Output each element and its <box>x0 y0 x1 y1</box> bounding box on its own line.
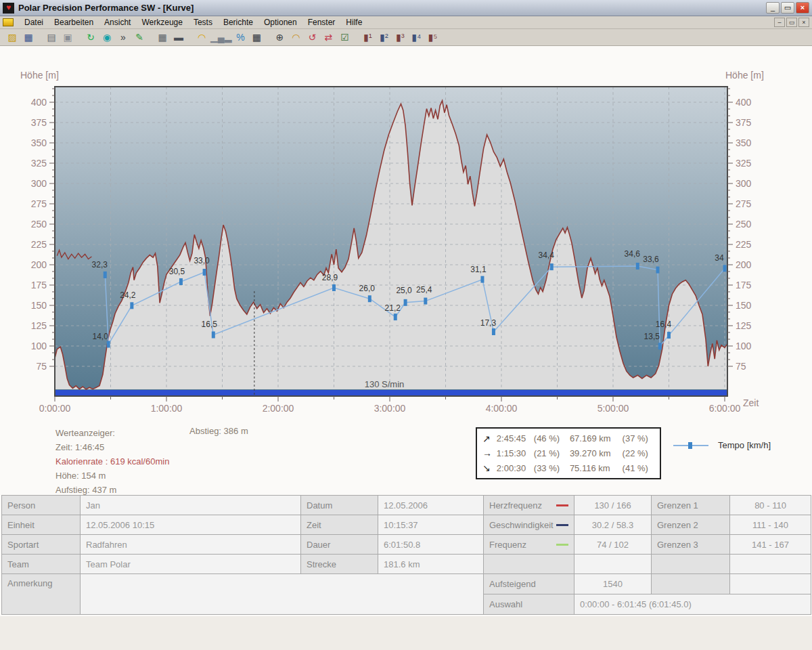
curve-chart[interactable]: 130 S/min32,314,024,230,533,016,528,926,… <box>0 0 812 492</box>
table-cell-r2c5: Geschwindigkeit <box>483 515 574 535</box>
speed-marker[interactable] <box>424 298 427 305</box>
x-tick-label: 6:00:00 <box>709 403 741 414</box>
speed-marker[interactable] <box>130 302 133 309</box>
werteanzeiger-hoehe: Höhe: 154 m <box>55 469 169 483</box>
table-cell-r2c7: Grenzen 2 <box>651 515 730 535</box>
menu-tests[interactable]: Tests <box>188 17 218 28</box>
watch-icon[interactable]: ◉ <box>99 30 114 44</box>
child-close-button[interactable]: × <box>798 18 809 27</box>
table-cell-r3c1: Sportart <box>1 534 81 555</box>
restore-button[interactable]: ▭ <box>781 2 794 14</box>
speed-marker[interactable] <box>404 299 407 306</box>
speed-marker[interactable] <box>179 278 183 285</box>
laps-icon[interactable]: ↺ <box>304 30 319 44</box>
x-tick-label: 4:00:00 <box>486 403 518 414</box>
report-1-icon[interactable]: ▮¹ <box>360 30 375 44</box>
application-window: { "window": { "title": "Polar Precision … <box>0 0 812 650</box>
speed-value-label: 25,0 <box>396 286 412 295</box>
report-3-icon[interactable]: ▮³ <box>392 30 407 44</box>
info-curve-icon[interactable]: ◠ <box>288 30 303 44</box>
transfer-icon[interactable]: ↻ <box>83 30 98 44</box>
y-tick-label-right: 325 <box>736 158 752 169</box>
arrow-down-icon: ↘ <box>482 462 497 473</box>
report-4-icon[interactable]: ▮⁴ <box>409 30 424 44</box>
speed-marker[interactable] <box>550 263 554 270</box>
sonic-pen-icon[interactable]: ✎ <box>132 30 147 44</box>
speed-marker[interactable] <box>656 267 660 274</box>
speed-marker[interactable] <box>203 269 206 276</box>
bar-chart-icon[interactable]: ▁▄▂ <box>210 30 231 44</box>
table-cell-r3c8: 141 - 167 <box>729 534 811 555</box>
speed-value-label: 17,3 <box>480 318 497 328</box>
zoom-icon[interactable]: ⊕ <box>272 30 287 44</box>
percent-chart-icon[interactable]: % <box>233 30 248 44</box>
open-folder-icon[interactable]: ▨ <box>5 30 20 44</box>
table-cell-r3c7: Grenzen 3 <box>651 534 730 555</box>
y-tick-label-left: 175 <box>31 280 47 290</box>
tempo-legend: Tempo [km/h] <box>673 440 771 450</box>
curve-icon[interactable]: ◠ <box>194 30 209 44</box>
menu-ansicht[interactable]: Ansicht <box>99 17 136 28</box>
calendar-icon[interactable]: ▦ <box>155 30 170 44</box>
tempo-legend-label: Tempo [km/h] <box>718 440 771 450</box>
speed-value-label: 31,1 <box>470 265 487 274</box>
report-2-icon[interactable]: ▮² <box>376 30 391 44</box>
compare-icon[interactable]: ⇄ <box>321 30 336 44</box>
close-button[interactable]: × <box>796 2 809 14</box>
selection-chart-icon[interactable]: ☑ <box>337 30 352 44</box>
print-icon[interactable]: ▤ <box>44 30 59 44</box>
menu-fenster[interactable]: Fenster <box>302 17 341 28</box>
speed-marker[interactable] <box>332 284 336 291</box>
y-tick-label-right: 125 <box>736 320 752 331</box>
y-tick-label-right: 400 <box>736 97 752 108</box>
menu-werkzeuge[interactable]: Werkzeuge <box>136 17 187 28</box>
y-tick-label-left: 375 <box>31 117 47 128</box>
title-bar[interactable]: ♥ Polar Precision Performance SW - [Kurv… <box>0 0 812 16</box>
table-cell-r1c6: 130 / 166 <box>574 495 652 515</box>
y-tick-label-right: 250 <box>736 219 752 230</box>
x-tick-label: 5:00:00 <box>597 403 629 414</box>
grid-icon[interactable]: ▦ <box>249 30 264 44</box>
tempo-line-sample <box>673 445 708 446</box>
menu-hilfe[interactable]: Hilfe <box>340 17 367 28</box>
speed-marker[interactable] <box>104 272 107 278</box>
child-window-icon[interactable] <box>3 18 14 26</box>
x-tick-label: 1:00:00 <box>151 403 183 414</box>
speed-marker[interactable] <box>667 332 671 339</box>
table-cell-r1c1: Person <box>1 495 81 515</box>
save-icon[interactable]: ▦ <box>21 30 36 44</box>
werteanzeiger-kalorienrate: Kalorienrate : 619 kcal/60min <box>55 454 169 469</box>
speed-marker[interactable] <box>212 331 215 338</box>
speed-marker[interactable] <box>107 341 110 348</box>
speed-marker[interactable] <box>492 328 495 335</box>
speed-marker[interactable] <box>368 295 371 302</box>
menu-berichte[interactable]: Berichte <box>218 17 258 28</box>
table-cell-r3c4: 6:01:50.8 <box>378 534 484 555</box>
direction-row-down: ↘ 2:00:30 (33 %) 75.116 km (41 %) <box>482 462 654 473</box>
speed-value-label: 21,2 <box>385 303 401 313</box>
flat-time: 1:15:30 <box>497 448 534 458</box>
ir-sound-icon[interactable]: » <box>116 30 131 44</box>
speed-marker[interactable] <box>636 263 639 269</box>
copy-icon[interactable]: ▣ <box>60 30 75 44</box>
y-tick-label-left: 75 <box>36 361 47 372</box>
speed-marker[interactable] <box>394 313 397 320</box>
child-restore-button[interactable]: ▭ <box>786 18 797 27</box>
abstieg-label: Abstieg: 386 m <box>189 426 248 436</box>
menu-datei[interactable]: Datei <box>19 17 49 28</box>
diary-icon[interactable]: ▬ <box>171 30 186 44</box>
speed-marker[interactable] <box>480 276 484 283</box>
down-dist: 75.116 km <box>570 463 623 473</box>
speed-value-label: 32,3 <box>92 260 108 269</box>
anmerkung-value-cell <box>80 573 484 615</box>
speed-value-label: 16,4 <box>656 320 672 329</box>
report-5-icon[interactable]: ▮⁵ <box>425 30 440 44</box>
minimize-button[interactable]: _ <box>766 2 780 14</box>
speed-value-label: 34,6 <box>625 249 641 259</box>
legend-line-icon <box>556 504 568 506</box>
speed-marker[interactable] <box>658 343 662 349</box>
speed-marker[interactable] <box>723 265 727 272</box>
menu-bearbeiten[interactable]: Bearbeiten <box>49 17 99 28</box>
menu-optionen[interactable]: Optionen <box>258 17 302 28</box>
child-minimize-button[interactable]: – <box>774 18 785 27</box>
